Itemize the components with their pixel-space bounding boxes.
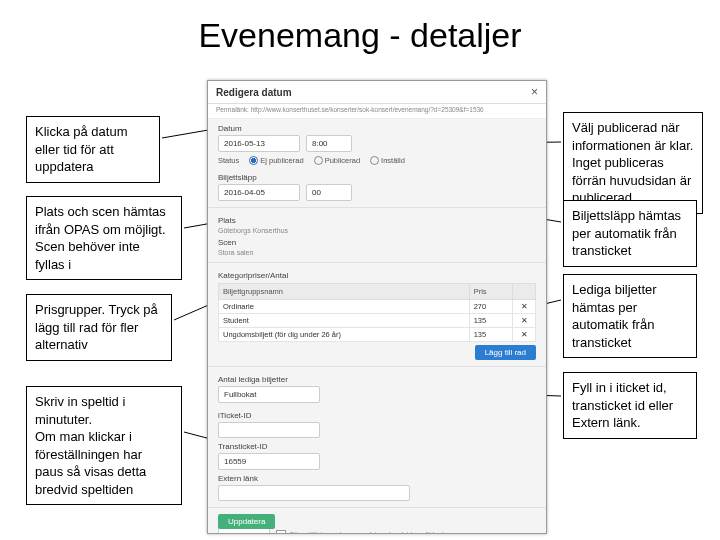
scene-value: Stora salen xyxy=(218,249,536,256)
radio-icon[interactable] xyxy=(314,156,323,165)
pause-checkbox[interactable] xyxy=(276,530,286,534)
label-seats: Antal lediga biljetter xyxy=(218,375,536,384)
table-row: Student135✕ xyxy=(219,314,536,328)
label-trans: Transticket-ID xyxy=(218,442,536,451)
ann-seats: Lediga biljetter hämtas per automatik fr… xyxy=(563,274,697,358)
ann-publish: Välj publicerad när informationen är kla… xyxy=(563,112,703,214)
edit-date-dialog: Redigera datum × Permalänk: http://www.k… xyxy=(207,80,547,534)
label-release: Biljettsläpp xyxy=(218,173,536,182)
ann-price: Prisgrupper. Tryck på lägg till rad för … xyxy=(26,294,172,361)
label-place: Plats xyxy=(218,216,536,225)
time-field[interactable]: 8:00 xyxy=(306,135,352,152)
place-value: Göteborgs Konserthus xyxy=(218,227,536,234)
close-icon[interactable]: × xyxy=(531,85,538,99)
remove-icon[interactable]: ✕ xyxy=(513,300,536,314)
label-scene: Scen xyxy=(218,238,536,247)
add-row-button[interactable]: Lägg till rad xyxy=(475,345,536,360)
radio-icon[interactable] xyxy=(370,156,379,165)
price-table: BiljettgruppsnamnPris Ordinarie270✕ Stud… xyxy=(218,283,536,342)
dialog-title: Redigera datum xyxy=(216,87,292,98)
remove-icon[interactable]: ✕ xyxy=(513,328,536,342)
status-radio[interactable]: Status Ej publicerad Publicerad Inställd xyxy=(218,156,536,165)
remove-icon[interactable]: ✕ xyxy=(513,314,536,328)
release-time-field[interactable]: 00 xyxy=(306,184,352,201)
ann-place: Plats och scen hämtas ifrån OPAS om möjl… xyxy=(26,196,182,280)
table-row: Ordinarie270✕ xyxy=(219,300,536,314)
date-field[interactable]: 2016-05-13 xyxy=(218,135,300,152)
ann-date: Klicka på datum eller tid för att uppdat… xyxy=(26,116,160,183)
save-button[interactable]: Uppdatera xyxy=(218,514,275,529)
table-row: Ungdomsbiljett (för dig under 26 år)135✕ xyxy=(219,328,536,342)
ann-release: Biljettsläpp hämtas per automatik från t… xyxy=(563,200,697,267)
iticket-field[interactable] xyxy=(218,422,320,438)
label-prices: Kategoripriser/Antal xyxy=(218,271,536,280)
ann-ids: Fyll in i iticket id, transticket id ell… xyxy=(563,372,697,439)
label-extern: Extern länk xyxy=(218,474,536,483)
extern-field[interactable] xyxy=(218,485,410,501)
seats-field[interactable]: Fullbokat xyxy=(218,386,320,403)
label-date: Datum xyxy=(218,124,536,133)
release-date-field[interactable]: 2016-04-05 xyxy=(218,184,300,201)
radio-icon[interactable] xyxy=(249,156,258,165)
label-iticket: iTicket-ID xyxy=(218,411,536,420)
status-label: Status xyxy=(218,156,239,165)
trans-field[interactable]: 16559 xyxy=(218,453,320,470)
ann-runtime: Skriv in speltid i minututer. Om man kli… xyxy=(26,386,182,505)
page-title: Evenemang - detaljer xyxy=(0,16,720,55)
permalink: Permalänk: http://www.konserthuset.se/ko… xyxy=(208,104,546,119)
